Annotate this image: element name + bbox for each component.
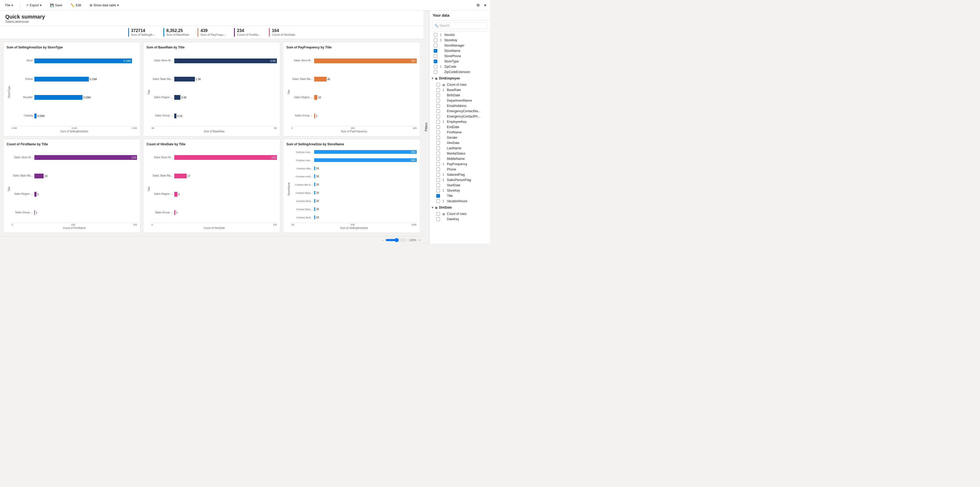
- y-axis-label: Title: [286, 51, 291, 133]
- sidebar-item-1[interactable]: Σ StoreKey: [430, 38, 490, 43]
- sidebar-item-13[interactable]: EmailAddress: [430, 103, 490, 109]
- sidebar-checkbox-2[interactable]: [434, 44, 438, 47]
- sidebar-item-26[interactable]: Σ SalariedFlag: [430, 172, 490, 177]
- sidebar-checkbox-24[interactable]: [436, 162, 440, 166]
- sidebar-item-29[interactable]: Σ StoreKey: [430, 188, 490, 193]
- sidebar-item-20[interactable]: HireDate: [430, 140, 490, 145]
- sidebar-item-7[interactable]: ZipCodeExtension: [430, 69, 490, 75]
- window-close-button[interactable]: ✕: [484, 3, 487, 7]
- sidebar-checkbox-21[interactable]: [436, 146, 440, 150]
- sidebar-checkbox-33[interactable]: [436, 212, 440, 216]
- sidebar-checkbox-27[interactable]: [436, 178, 440, 182]
- search-placeholder: Search: [439, 24, 450, 27]
- kpi-item-3[interactable]: 234 Count of FirstNa...: [234, 28, 261, 37]
- sidebar-checkbox-0[interactable]: [434, 33, 438, 37]
- sidebar-item-5[interactable]: ✓ StoreType: [430, 59, 490, 64]
- sidebar-item-18[interactable]: FirstName: [430, 130, 490, 135]
- sidebar-item-23[interactable]: MiddleName: [430, 156, 490, 161]
- sidebar-item-11[interactable]: BirthDate: [430, 93, 490, 98]
- bar-value-outside-3: 2: [316, 114, 318, 117]
- kpi-item-1[interactable]: 8,352.25 Sum of BaseRate: [164, 28, 189, 37]
- sidebar-checkbox-30[interactable]: ✓: [436, 194, 440, 198]
- sidebar-item-12[interactable]: DepartmentName: [430, 98, 490, 103]
- kpi-label-2: Sum of PayFrequ...: [200, 33, 226, 36]
- export-button[interactable]: ↗ Export ▾: [24, 2, 44, 8]
- x-axis-label: Sum of PayFrequency: [291, 130, 417, 133]
- sidebar-item-25[interactable]: Phone: [430, 167, 490, 172]
- file-button[interactable]: File ▾: [3, 2, 15, 8]
- sidebar-item-33[interactable]: ▦ Count of rows: [430, 211, 490, 217]
- bar-track-0: 381: [314, 59, 417, 63]
- sidebar-item-24[interactable]: Σ PayFrequency: [430, 161, 490, 167]
- sidebar-item-4[interactable]: StorePhone: [430, 53, 490, 59]
- sidebar-item-27[interactable]: Σ SalesPersonFlag: [430, 177, 490, 183]
- sidebar-checkbox-3[interactable]: ✓: [434, 49, 438, 53]
- sidebar-item-16[interactable]: Σ EmployeeKey: [430, 119, 490, 125]
- sidebar-item-28[interactable]: StartDate: [430, 183, 490, 188]
- sidebar-item-22[interactable]: MaritalStatus: [430, 151, 490, 156]
- sidebar-item-31[interactable]: Σ VacationHours: [430, 198, 490, 204]
- sidebar-checkbox-16[interactable]: [436, 120, 440, 124]
- edit-button[interactable]: ✏️ Edit: [68, 2, 83, 8]
- sidebar-item-10[interactable]: Σ BaseRate: [430, 87, 490, 93]
- sidebar-checkbox-12[interactable]: [436, 99, 440, 102]
- search-input-container[interactable]: 🔍 Search: [432, 22, 487, 29]
- sidebar-checkbox-4[interactable]: [434, 54, 438, 58]
- sidebar-checkbox-25[interactable]: [436, 168, 440, 171]
- bar-row-3: Contoso Anch... 1K: [291, 174, 417, 179]
- section-collapse-icon-8: ▼: [431, 77, 434, 80]
- kpi-value-2: 439: [200, 28, 226, 33]
- sidebar-checkbox-13[interactable]: [436, 104, 440, 108]
- sidebar-checkbox-31[interactable]: [436, 199, 440, 203]
- kpi-item-2[interactable]: 439 Sum of PayFrequ...: [197, 28, 226, 37]
- section-label-32: DimDate: [439, 206, 452, 209]
- sidebar-checkbox-26[interactable]: [436, 173, 440, 177]
- window-restore-button[interactable]: ⧉: [477, 3, 479, 7]
- sidebar-checkbox-1[interactable]: [434, 38, 438, 42]
- bar-fill-0: 6.6K: [174, 59, 277, 63]
- sidebar-item-15[interactable]: EmergencyContactPh...: [430, 114, 490, 119]
- save-button[interactable]: 💾 Save: [48, 2, 64, 8]
- kpi-item-4[interactable]: 164 Count of HireDate: [269, 28, 295, 37]
- sidebar-checkbox-6[interactable]: [434, 65, 438, 69]
- sidebar-item-19[interactable]: Gender: [430, 135, 490, 140]
- sidebar-item-0[interactable]: Σ StoreId: [430, 32, 490, 38]
- sidebar-checkbox-23[interactable]: [436, 157, 440, 161]
- sidebar-item-6[interactable]: Σ ZipCode: [430, 64, 490, 69]
- bar-value-outside-1: 1.3K: [196, 78, 201, 81]
- sidebar-item-34[interactable]: DateKey: [430, 217, 490, 222]
- bar-fill-0: 219: [34, 155, 137, 160]
- kpi-item-0[interactable]: 372714 Sum of SellingAr...: [128, 28, 155, 37]
- sidebar-item-2[interactable]: StoreManager: [430, 43, 490, 48]
- sidebar-checkbox-28[interactable]: [436, 184, 440, 187]
- sidebar-checkbox-29[interactable]: [436, 189, 440, 192]
- sidebar-item-14[interactable]: EmergencyContactNa...: [430, 109, 490, 114]
- zoom-slider[interactable]: [385, 238, 407, 242]
- sidebar-item-3[interactable]: ✓ StoreName: [430, 48, 490, 53]
- filters-tab[interactable]: Filters: [423, 11, 429, 244]
- sidebar-checkbox-15[interactable]: [436, 115, 440, 118]
- sidebar-checkbox-14[interactable]: [436, 109, 440, 113]
- sidebar-checkbox-9[interactable]: [436, 83, 440, 86]
- sidebar-item-9[interactable]: ▦ Count of rows: [430, 82, 490, 87]
- sidebar-checkbox-5[interactable]: ✓: [434, 59, 438, 63]
- sidebar-checkbox-7[interactable]: [434, 70, 438, 74]
- sidebar: Your data 🔍 Search Σ StoreId Σ StoreKey …: [429, 11, 490, 244]
- sidebar-item-30[interactable]: ✓ Title: [430, 193, 490, 198]
- sidebar-checkbox-18[interactable]: [436, 131, 440, 134]
- bar-fill-1: 1.3K: [174, 77, 195, 81]
- sidebar-section-header-32[interactable]: ▼ ▦ DimDate: [431, 205, 487, 210]
- bar-row-0: Sales Store M... 143: [151, 154, 277, 160]
- sidebar-checkbox-11[interactable]: [436, 93, 440, 97]
- zoom-plus-label: +: [418, 238, 420, 242]
- sidebar-checkbox-10[interactable]: [436, 88, 440, 92]
- show-data-table-button[interactable]: ⊞ Show data table ▾: [88, 2, 121, 8]
- sidebar-checkbox-20[interactable]: [436, 141, 440, 145]
- sidebar-item-17[interactable]: EndDate: [430, 125, 490, 130]
- sidebar-section-header-8[interactable]: ▼ ▦ DimEmployee: [431, 76, 487, 81]
- sidebar-checkbox-22[interactable]: [436, 152, 440, 155]
- sidebar-checkbox-34[interactable]: [436, 217, 440, 221]
- sidebar-checkbox-19[interactable]: [436, 136, 440, 139]
- sidebar-checkbox-17[interactable]: [436, 125, 440, 129]
- sidebar-item-21[interactable]: LastName: [430, 145, 490, 151]
